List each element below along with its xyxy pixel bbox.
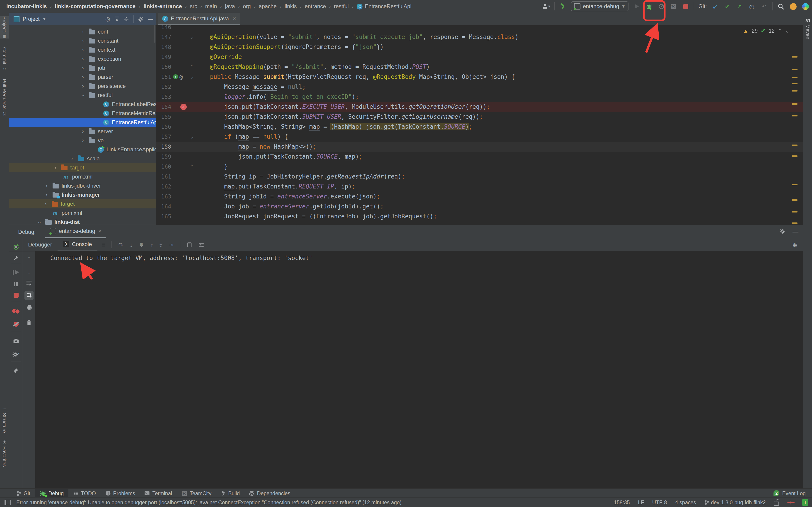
fold-icon[interactable]: ⌄ (190, 72, 193, 82)
toolwindow-button-build[interactable]: Build (216, 489, 244, 498)
tree-item-job[interactable]: ›job (9, 63, 156, 72)
mute-breakpoints-icon[interactable] (9, 322, 23, 327)
tab-entrancerestfulapi[interactable]: C EntranceRestfulApi.java ✕ (158, 13, 240, 25)
tree-item-scala[interactable]: ›scala (9, 154, 156, 163)
breadcrumb-item[interactable]: java (225, 3, 235, 9)
locate-icon[interactable]: ◎ (105, 16, 110, 22)
sidebar-item-pull-requests[interactable]: Pull Requests⇅ (0, 79, 9, 116)
step-over-icon[interactable]: ↷ (118, 241, 123, 248)
tree-item-conf[interactable]: ›conf (9, 27, 156, 36)
code-line-155[interactable]: 155 json.put(TaskConstant.SUBMIT_USER, S… (156, 112, 803, 122)
gear-icon[interactable] (138, 16, 143, 22)
chevron-right-icon[interactable]: › (81, 137, 85, 144)
tree-item-vo[interactable]: ›vo (9, 136, 156, 145)
sidebar-item-project[interactable]: Project▣ (0, 16, 9, 39)
code-editor[interactable]: 146147⌄ @ApiOperation(value = "submit", … (156, 25, 803, 225)
chevron-right-icon[interactable]: › (81, 56, 85, 62)
code-line-163[interactable]: 163 String jobId = entranceServer.execut… (156, 192, 803, 202)
code-line-161[interactable]: 161 String ip = JobHistoryHelper.getRequ… (156, 172, 803, 182)
sidebar-item-favorites[interactable]: ★Favorites (0, 440, 9, 467)
tab-console[interactable]: ❯Console (57, 238, 97, 252)
tree-item-persistence[interactable]: ›persistence (9, 81, 156, 91)
warning-tick[interactable] (792, 211, 798, 213)
tree-item-parser[interactable]: ›parser (9, 72, 156, 81)
chevron-right-icon[interactable]: › (81, 25, 85, 26)
sidebar-item-structure[interactable]: ≔Structure (0, 406, 9, 433)
run-to-cursor-icon[interactable]: ⇥ (169, 241, 174, 248)
warning-tick[interactable] (792, 90, 798, 92)
tree-item-pom.xml[interactable]: mpom.xml (9, 172, 156, 181)
updates-icon[interactable]: ↑ (789, 2, 797, 10)
code-line-149[interactable]: 149 @Override (156, 52, 803, 62)
warning-tick[interactable] (792, 115, 798, 116)
tool-windows-icon[interactable] (5, 500, 11, 505)
tree-item-entrancerestfulapi[interactable]: CEntranceRestfulApi (9, 118, 156, 127)
undo-icon[interactable]: ↶ (760, 2, 768, 10)
code-line-151[interactable]: 151↑@⌄ public Message submit(HttpServlet… (156, 72, 803, 82)
breadcrumb-item[interactable]: main (205, 3, 217, 9)
code-line-153[interactable]: 153 logger.info("Begin to get an execID"… (156, 92, 803, 102)
thread-dump-icon[interactable] (9, 338, 23, 344)
fold-icon[interactable]: ⌄ (190, 132, 193, 142)
debug-console[interactable]: Connected to the target VM, address: 'lo… (35, 251, 803, 489)
gear-icon[interactable] (779, 228, 785, 235)
debug-settings-icon[interactable]: ▾ (9, 352, 23, 357)
warning-tick[interactable] (792, 155, 798, 157)
view-breakpoints-icon[interactable] (9, 309, 23, 314)
git-push-icon[interactable]: ↗ (736, 2, 744, 10)
close-icon[interactable]: ✕ (98, 229, 102, 234)
chevron-down-icon[interactable]: ⌄ (81, 91, 85, 98)
toolwindow-button-git[interactable]: Git (12, 489, 35, 498)
breadcrumb-item[interactable]: org (243, 3, 251, 9)
code-line-148[interactable]: 148 @ApiOperationSupport(ignoreParameter… (156, 42, 803, 52)
breadcrumb-item[interactable]: linkis-computation-governance (55, 3, 135, 9)
tab-debugger[interactable]: Debugger (23, 238, 57, 251)
code-line-150[interactable]: 150⌃ @RequestMapping(path = "/submit", m… (156, 62, 803, 72)
maven-m-icon[interactable]: m (805, 17, 810, 23)
code-line-159[interactable]: 159 json.put(TaskConstant.SOURCE, map); (156, 152, 803, 162)
force-step-into-icon[interactable]: ⤋ (139, 241, 144, 248)
warning-tick[interactable] (792, 103, 798, 105)
layout-settings-icon[interactable] (198, 242, 205, 247)
breadcrumb-item[interactable]: linkis-entrance (143, 3, 182, 9)
tree-item-constant[interactable]: ›constant (9, 36, 156, 45)
tree-item-entrancelabelrestfulapi[interactable]: CEntranceLabelRestfulApi (9, 100, 156, 109)
breadcrumb-item[interactable]: entrance (305, 3, 326, 9)
toolwindow-button-terminal[interactable]: Terminal (139, 489, 176, 498)
code-line-152[interactable]: 152 Message message = null; (156, 82, 803, 92)
warning-tick[interactable] (792, 77, 798, 78)
code-line-162[interactable]: 162 map.put(TaskConstant.REQUEST_IP, ip)… (156, 182, 803, 192)
up-stack-icon[interactable]: ↑ (23, 255, 35, 262)
prev-issue-icon[interactable]: ⌃ (778, 28, 782, 34)
indent-style[interactable]: 4 spaces (675, 500, 696, 505)
tree-item-pom.xml[interactable]: mpom.xml (9, 209, 156, 218)
inspections-widget[interactable]: ▲ 29 ✔ 12 ⌃ ⌄ (743, 27, 789, 34)
line-separator[interactable]: LF (638, 500, 644, 505)
tree-item-context[interactable]: ›context (9, 45, 156, 54)
collapse-all-icon[interactable] (124, 16, 129, 22)
drop-frame-icon[interactable]: ⤈ (160, 241, 162, 248)
coverage-icon[interactable]: TC (670, 2, 678, 10)
build-hammer-icon[interactable] (559, 2, 567, 10)
next-issue-icon[interactable]: ⌄ (785, 28, 789, 34)
layout-icon[interactable]: ≡ (102, 241, 105, 248)
code-line-165[interactable]: 165 JobRequest jobRequest = ((EntranceJo… (156, 212, 803, 222)
evaluate-icon[interactable] (187, 242, 192, 247)
resume-icon[interactable] (9, 270, 23, 275)
expand-all-icon[interactable] (114, 16, 120, 22)
code-line-156[interactable]: 156 HashMap<String, String> map = (HashM… (156, 122, 803, 132)
toolwindow-button-debug[interactable]: Debug (35, 489, 68, 498)
fold-icon[interactable]: ⌄ (190, 32, 193, 42)
breadcrumb-file[interactable]: CEntranceRestfulApi (357, 3, 411, 9)
teamcity-status-icon[interactable]: T (802, 499, 808, 506)
code-line-164[interactable]: 164 Job job = entranceServer.getJob(jobI… (156, 202, 803, 212)
chevron-right-icon[interactable]: › (81, 38, 85, 44)
breadcrumb-item[interactable]: linkis (285, 3, 297, 9)
tree-item-target[interactable]: ›target (9, 163, 156, 172)
tab-entance-debug[interactable]: entance-debug ✕ (45, 225, 106, 238)
tree-item-restful[interactable]: ⌄restful (9, 91, 156, 100)
chevron-right-icon[interactable]: › (81, 65, 85, 71)
chevron-right-icon[interactable]: › (44, 201, 48, 207)
pause-icon[interactable] (9, 282, 23, 286)
sidebar-item-maven[interactable]: Maven (805, 24, 811, 40)
